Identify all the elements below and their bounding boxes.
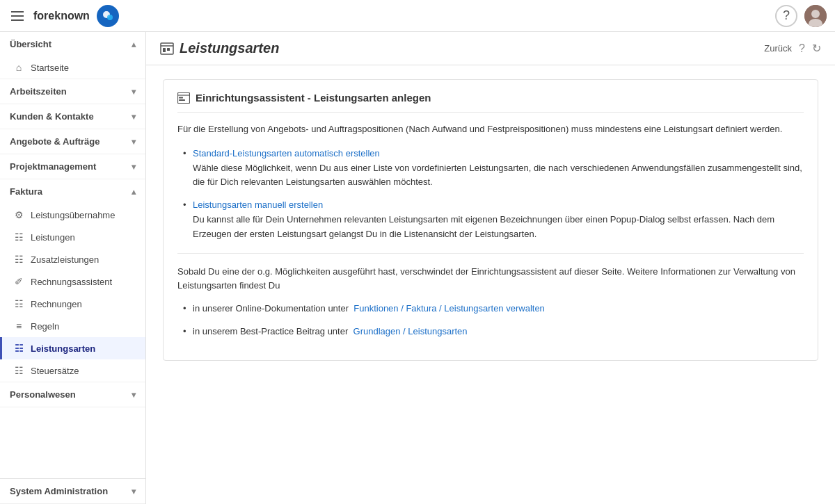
leistungen-icon: ☷: [13, 231, 25, 243]
intro-text: Für die Erstellung von Angebots- und Auf…: [177, 122, 804, 137]
leistungsuebernahme-label: Leistungsübernahme: [31, 210, 115, 220]
sidebar-header-sysadmin[interactable]: System Administration ▾: [0, 479, 145, 503]
doc-link[interactable]: Funktionen / Faktura / Leistungsarten ve…: [353, 303, 545, 314]
sidebar-header-personal[interactable]: Personalwesen ▾: [0, 382, 145, 407]
topbar-right: ?: [775, 5, 827, 27]
leistungsuebernahme-icon: ⚙: [13, 209, 25, 220]
refresh-icon[interactable]: ↻: [812, 42, 821, 55]
regeln-label: Regeln: [31, 321, 59, 332]
option1-desc: Wähle diese Möglichkeit, wenn Du aus ein…: [193, 163, 802, 188]
sidebar-personal-label: Personalwesen: [10, 389, 76, 400]
sidebar-kunden-label: Kunden & Kontakte: [10, 111, 94, 122]
sidebar-header-angebote[interactable]: Angebote & Aufträge ▾: [0, 129, 145, 154]
setup-title-icon: [177, 91, 190, 104]
menu-toggle[interactable]: [8, 8, 26, 24]
main-body: Einrichtungsassistent - Leistungsarten a…: [146, 65, 835, 504]
sidebar-item-zusatzleistungen[interactable]: ☷ Zusatzleistungen: [0, 248, 145, 270]
sidebar-header-uebersicht[interactable]: Übersicht ▴: [0, 32, 145, 56]
leistungen-label: Leistungen: [31, 232, 75, 243]
links-list: in unserer Online-Dokumentation unter Fu…: [177, 302, 804, 339]
sidebar-section-arbeitszeiten: Arbeitszeiten ▾: [0, 79, 145, 104]
sidebar-section-personal: Personalwesen ▾: [0, 382, 145, 407]
sidebar-item-rechnungen[interactable]: ☷ Rechnungen: [0, 293, 145, 315]
further-text: Sobald Du eine der o.g. Möglichkeiten au…: [177, 265, 804, 294]
topbar: foreknown ?: [0, 0, 835, 32]
logo-text: foreknown: [33, 10, 90, 22]
help-action-icon[interactable]: ?: [799, 42, 805, 55]
sidebar-item-rechnungsassistent[interactable]: ✐ Rechnungsassistent: [0, 270, 145, 293]
sidebar-header-kunden[interactable]: Kunden & Kontakte ▾: [0, 104, 145, 129]
main-header: Leistungsarten Zurück ? ↻: [146, 32, 835, 65]
leistungsarten-label: Leistungsarten: [31, 343, 95, 354]
sidebar-section-sysadmin: System Administration ▾: [0, 478, 145, 504]
chevron-down-icon-personal: ▾: [132, 390, 136, 400]
option2-item: Leistungsarten manuell erstellen Du kann…: [183, 198, 804, 241]
sidebar-section-kunden: Kunden & Kontakte ▾: [0, 104, 145, 129]
chevron-down-icon-arbeitszeiten: ▾: [132, 87, 136, 97]
section-divider: [177, 253, 804, 254]
home-icon: ⌂: [13, 62, 25, 73]
svg-rect-8: [163, 48, 166, 52]
svg-point-2: [107, 15, 113, 20]
steuersaetze-label: Steuersätze: [31, 366, 79, 376]
topbar-left: foreknown: [8, 5, 119, 27]
setup-title-text: Einrichtungsassistent - Leistungsarten a…: [196, 92, 431, 104]
zusatzleistungen-label: Zusatzleistungen: [31, 254, 99, 265]
chevron-up-icon-faktura: ▴: [132, 187, 136, 197]
rechnungsassistent-label: Rechnungsassistent: [31, 277, 112, 287]
logo-icon: [97, 5, 119, 27]
practice-link[interactable]: Grundlagen / Leistungsarten: [353, 326, 468, 336]
options-list: Standard-Leistungsarten automatisch erst…: [177, 147, 804, 242]
sidebar-header-projekt[interactable]: Projektmanagement ▾: [0, 154, 145, 179]
svg-point-4: [811, 10, 820, 18]
sidebar-section-faktura: Faktura ▴ ⚙ Leistungsübernahme ☷ Leistun…: [0, 179, 145, 382]
rechnungen-icon: ☷: [13, 298, 25, 309]
main-content: Leistungsarten Zurück ? ↻: [146, 32, 835, 504]
sidebar-arbeitszeiten-label: Arbeitszeiten: [10, 86, 67, 97]
help-button[interactable]: ?: [775, 5, 797, 27]
startseite-label: Startseite: [31, 63, 69, 73]
layout: Übersicht ▴ ⌂ Startseite Arbeitszeiten ▾…: [0, 32, 835, 504]
option2-desc: Du kannst alle für Dein Unternehmen rele…: [193, 214, 774, 239]
sidebar-uebersicht-label: Übersicht: [10, 39, 51, 49]
chevron-down-icon-sysadmin: ▾: [132, 487, 136, 496]
sidebar: Übersicht ▴ ⌂ Startseite Arbeitszeiten ▾…: [0, 32, 146, 504]
sidebar-projekt-label: Projektmanagement: [10, 161, 96, 172]
zusatzleistungen-icon: ☷: [13, 254, 25, 265]
sidebar-section-uebersicht: Übersicht ▴ ⌂ Startseite: [0, 32, 145, 79]
svg-rect-9: [167, 48, 170, 51]
rechnungen-label: Rechnungen: [31, 299, 82, 309]
sidebar-item-leistungsarten[interactable]: ☷ Leistungsarten: [0, 337, 145, 359]
page-title-text: Leistungsarten: [180, 40, 279, 56]
back-button[interactable]: Zurück: [764, 43, 792, 54]
sidebar-header-faktura[interactable]: Faktura ▴: [0, 179, 145, 204]
page-title: Leistungsarten: [160, 40, 279, 56]
sidebar-sysadmin-label: System Administration: [10, 486, 108, 496]
chevron-down-icon-projekt: ▾: [132, 162, 136, 172]
setup-title: Einrichtungsassistent - Leistungsarten a…: [177, 91, 804, 113]
sidebar-angebote-label: Angebote & Aufträge: [10, 136, 100, 147]
regeln-icon: ≡: [13, 320, 25, 332]
option1-link[interactable]: Standard-Leistungsarten automatisch erst…: [193, 148, 380, 158]
leistungsarten-icon: ☷: [13, 343, 25, 354]
user-avatar[interactable]: [804, 5, 827, 27]
sidebar-item-leistungsuebernahme[interactable]: ⚙ Leistungsübernahme: [0, 204, 145, 226]
sidebar-item-steuersaetze[interactable]: ☷ Steuersätze: [0, 359, 145, 382]
option2-link[interactable]: Leistungsarten manuell erstellen: [193, 200, 323, 210]
sidebar-header-arbeitszeiten[interactable]: Arbeitszeiten ▾: [0, 79, 145, 104]
setup-box: Einrichtungsassistent - Leistungsarten a…: [163, 79, 818, 361]
main-actions: Zurück ? ↻: [764, 42, 821, 55]
sidebar-faktura-label: Faktura: [10, 186, 42, 197]
sidebar-section-angebote: Angebote & Aufträge ▾: [0, 129, 145, 154]
chevron-down-icon-kunden: ▾: [132, 112, 136, 122]
svg-rect-12: [179, 97, 183, 99]
sidebar-item-startseite[interactable]: ⌂ Startseite: [0, 56, 145, 79]
practice-link-item: in unserem Best-Practice Beitrag unter G…: [183, 325, 804, 339]
option1-item: Standard-Leistungsarten automatisch erst…: [183, 147, 804, 190]
sidebar-item-leistungen[interactable]: ☷ Leistungen: [0, 226, 145, 248]
sidebar-section-projekt: Projektmanagement ▾: [0, 154, 145, 179]
steuersaetze-icon: ☷: [13, 365, 25, 376]
rechnungsassistent-icon: ✐: [13, 276, 25, 287]
practice-prefix: in unserem Best-Practice Beitrag unter: [193, 326, 348, 336]
sidebar-item-regeln[interactable]: ≡ Regeln: [0, 315, 145, 337]
